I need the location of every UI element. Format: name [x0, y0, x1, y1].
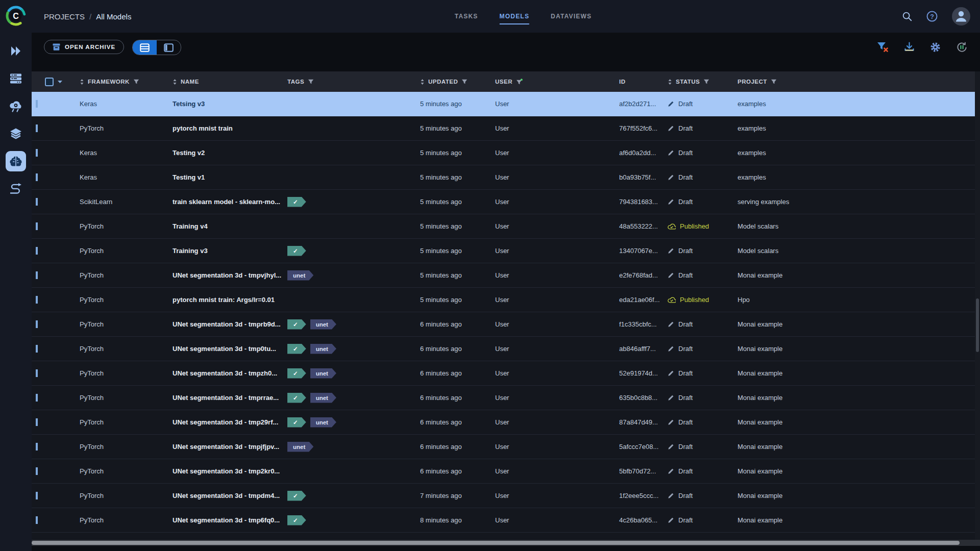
cell-name[interactable]: train sklearn model - sklearn-mo...: [168, 198, 283, 206]
cell-name[interactable]: Training v4: [168, 222, 283, 230]
download-icon[interactable]: [904, 42, 915, 52]
row-checkbox[interactable]: [36, 492, 38, 499]
filter-icon-framework[interactable]: [133, 79, 139, 85]
row-checkbox[interactable]: [36, 516, 38, 524]
cell-name[interactable]: UNet segmentation 3d - tmpdm4...: [168, 492, 283, 499]
cell-name[interactable]: UNet segmentation 3d - tmp29rf...: [168, 418, 283, 426]
user-avatar[interactable]: [951, 7, 971, 26]
auto-refresh-icon[interactable]: [956, 41, 968, 53]
table-row[interactable]: PyTorchUNet segmentation 3d - tmpvjhyl..…: [32, 263, 980, 288]
tab-tasks[interactable]: TASKS: [455, 13, 478, 24]
row-checkbox[interactable]: [36, 394, 38, 402]
table-row[interactable]: PyTorchUNet segmentation 3d - tmp6fq0...…: [32, 508, 980, 533]
column-header-id[interactable]: ID: [615, 79, 664, 85]
table-row[interactable]: KerasTetsing v35 minutes agoUseraf2b2d27…: [32, 92, 980, 116]
cell-name[interactable]: UNet segmentation 3d - tmpzh0...: [168, 369, 283, 377]
table-row[interactable]: PyTorchTraining v3✓5 minutes agoUser1340…: [32, 239, 980, 263]
cell-name[interactable]: UNet segmentation 3d - tmprrae...: [168, 394, 283, 402]
horizontal-scrollbar[interactable]: [32, 540, 980, 546]
table-row[interactable]: KerasTesting v15 minutes agoUserb0a93b75…: [32, 165, 980, 190]
breadcrumb-projects[interactable]: PROJECTS: [44, 12, 85, 21]
table-row[interactable]: PyTorchTraining v45 minutes agoUser48a55…: [32, 214, 980, 239]
table-row[interactable]: PyTorchUNet segmentation 3d - tmp0tu...✓…: [32, 337, 980, 361]
column-header-name[interactable]: NAME: [168, 79, 283, 85]
row-checkbox[interactable]: [36, 100, 38, 108]
row-checkbox[interactable]: [36, 467, 38, 475]
column-header-tags[interactable]: TAGS: [283, 79, 416, 85]
row-checkbox[interactable]: [36, 296, 38, 304]
row-checkbox[interactable]: [36, 369, 38, 377]
table-row[interactable]: PyTorchUNet segmentation 3d - tmpzh0...✓…: [32, 361, 980, 386]
select-menu-caret-icon[interactable]: [58, 81, 62, 83]
vertical-scrollbar-thumb[interactable]: [976, 298, 979, 352]
pencil-icon: [668, 174, 674, 181]
row-checkbox[interactable]: [36, 149, 38, 157]
table-row[interactable]: PyTorchpytorch mnist train: Args/lr=0.01…: [32, 288, 980, 312]
table-row[interactable]: PyTorchpytorch mnist train5 minutes agoU…: [32, 116, 980, 141]
row-checkbox[interactable]: [36, 345, 38, 353]
cell-name[interactable]: UNet segmentation 3d - tmp0tu...: [168, 345, 283, 353]
table-row[interactable]: PyTorchUNet segmentation 3d - tmpdm4...✓…: [32, 484, 980, 508]
cell-name[interactable]: UNet segmentation 3d - tmprb9d...: [168, 320, 283, 328]
table-view-button[interactable]: [133, 40, 157, 55]
cell-name[interactable]: UNet segmentation 3d - tmpvjhyl...: [168, 271, 283, 279]
topbar-icons: ?: [901, 7, 971, 26]
table-row[interactable]: KerasTesting v25 minutes agoUseraf6d0a2d…: [32, 141, 980, 165]
row-checkbox[interactable]: [36, 222, 38, 230]
cell-name[interactable]: pytorch mnist train: Args/lr=0.01: [168, 296, 283, 304]
cell-project: Monai example: [733, 467, 980, 475]
column-header-framework[interactable]: FRAMEWORK: [76, 79, 168, 85]
table-row[interactable]: PyTorchUNet segmentation 3d - tmprb9d...…: [32, 312, 980, 337]
filter-icon-updated[interactable]: [461, 79, 468, 85]
column-header-user[interactable]: USER: [491, 79, 615, 85]
table-row[interactable]: PyTorchUNet segmentation 3d - tmpjfjpv..…: [32, 435, 980, 459]
clear-filters-icon[interactable]: [877, 42, 889, 52]
column-header-project[interactable]: PROJECT: [733, 79, 980, 85]
cell-name[interactable]: UNet segmentation 3d - tmp6fq0...: [168, 516, 283, 524]
row-checkbox[interactable]: [36, 198, 38, 206]
cell-name[interactable]: Training v3: [168, 247, 283, 255]
cell-name[interactable]: Tetsing v3: [168, 100, 283, 108]
row-checkbox[interactable]: [36, 271, 38, 279]
open-archive-button[interactable]: OPEN ARCHIVE: [44, 40, 124, 54]
clearml-logo[interactable]: C: [4, 4, 28, 28]
filter-icon-user[interactable]: [516, 79, 523, 85]
horizontal-scrollbar-thumb[interactable]: [32, 541, 960, 545]
cell-name[interactable]: Testing v1: [168, 173, 283, 181]
filter-icon-tags[interactable]: [308, 79, 314, 85]
sidebar-item-applications[interactable]: [6, 96, 26, 116]
tab-models[interactable]: MODELS: [500, 13, 530, 24]
card-view-button[interactable]: [157, 40, 181, 55]
filter-icon-status[interactable]: [703, 79, 709, 85]
row-checkbox[interactable]: [36, 124, 38, 132]
settings-icon[interactable]: [930, 42, 941, 53]
cell-name[interactable]: Testing v2: [168, 149, 283, 157]
select-all-checkbox[interactable]: [45, 78, 54, 86]
cell-name[interactable]: UNet segmentation 3d - tmp2kr0...: [168, 467, 283, 475]
row-checkbox[interactable]: [36, 443, 38, 450]
table-row[interactable]: PyTorchUNet segmentation 3d - tmprrae...…: [32, 386, 980, 410]
row-checkbox[interactable]: [36, 418, 38, 426]
vertical-scrollbar[interactable]: [975, 71, 980, 540]
sidebar-item-expand[interactable]: [6, 41, 26, 61]
table-row[interactable]: ScikitLearntrain sklearn model - sklearn…: [32, 190, 980, 214]
cell-select: [32, 369, 76, 377]
row-checkbox[interactable]: [36, 320, 38, 328]
table-row[interactable]: PyTorchUNet segmentation 3d - tmp2kr0...…: [32, 459, 980, 484]
topbar: PROJECTS / All Models TASKSMODELSDATAVIE…: [32, 0, 980, 33]
cell-name[interactable]: pytorch mnist train: [168, 124, 283, 132]
row-checkbox[interactable]: [36, 173, 38, 181]
sidebar-item-datasets[interactable]: [6, 123, 26, 144]
help-icon[interactable]: ?: [926, 10, 938, 22]
filter-icon-project[interactable]: [771, 79, 777, 85]
row-checkbox[interactable]: [36, 247, 38, 255]
table-row[interactable]: PyTorchUNet segmentation 3d - tmp29rf...…: [32, 410, 980, 435]
column-header-updated[interactable]: UPDATED: [416, 79, 491, 85]
cell-name[interactable]: UNet segmentation 3d - tmpjfjpv...: [168, 443, 283, 450]
sidebar-item-workers-queues[interactable]: [6, 68, 26, 89]
sidebar-item-pipelines[interactable]: [6, 179, 26, 199]
column-header-status[interactable]: STATUS: [664, 79, 733, 85]
search-icon[interactable]: [901, 11, 913, 22]
sidebar-item-models[interactable]: [6, 151, 26, 171]
tab-dataviews[interactable]: DATAVIEWS: [551, 13, 592, 24]
